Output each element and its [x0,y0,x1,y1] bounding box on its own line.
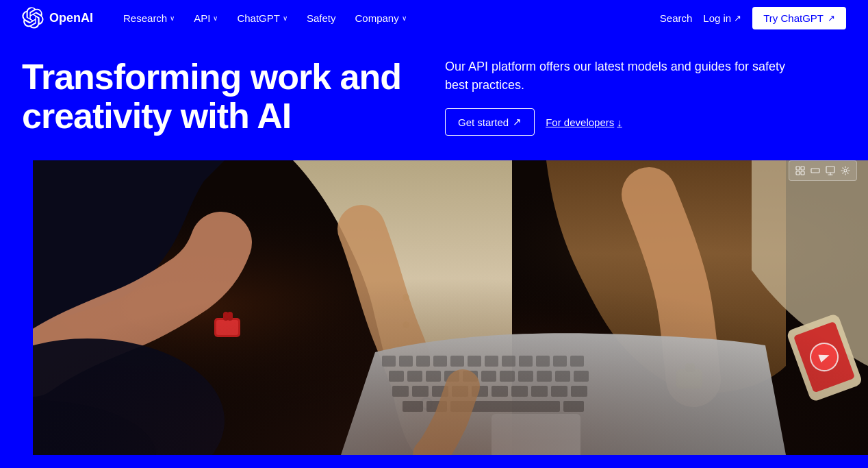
login-arrow-icon: ↗ [734,13,741,23]
toolbar-icon-1[interactable] [793,164,807,177]
svg-rect-5 [826,167,834,173]
api-chevron-icon: ∨ [213,14,218,22]
nav-chatgpt[interactable]: ChatGPT ∨ [229,7,296,29]
settings-toolbar-icon[interactable] [839,164,852,177]
toolbar-icon-3[interactable] [824,164,837,177]
hero-buttons: Get started ↗ For developers ↓ [445,108,846,136]
nav-research[interactable]: Research ∨ [115,7,183,29]
logo[interactable]: OpenAI [22,7,93,29]
company-chevron-icon: ∨ [402,14,407,22]
hero-right: Our API platform offers our latest model… [445,58,846,136]
try-chatgpt-button[interactable]: Try ChatGPT ↗ [752,7,846,29]
svg-rect-0 [796,167,800,170]
hero-image-svg [33,160,868,455]
nav-actions: Search Log in ↗ Try ChatGPT ↗ [660,7,846,29]
main-nav: OpenAI Research ∨ API ∨ ChatGPT ∨ Safety… [0,0,868,36]
svg-point-6 [844,169,847,172]
svg-rect-2 [796,171,800,175]
image-toolbar [789,160,857,181]
for-devs-arrow-icon: ↓ [617,116,622,128]
nav-safety[interactable]: Safety [298,7,344,29]
hero-image [33,160,868,455]
search-link[interactable]: Search [660,12,693,24]
for-developers-button[interactable]: For developers ↓ [546,116,622,128]
brand-name: OpenAI [49,11,93,25]
hero-title: Transforming work and creativity with AI [22,58,423,136]
login-link[interactable]: Log in ↗ [703,12,741,24]
chatgpt-chevron-icon: ∨ [283,14,288,22]
nav-links: Research ∨ API ∨ ChatGPT ∨ Safety Compan… [115,7,660,29]
get-started-button[interactable]: Get started ↗ [445,108,535,136]
openai-logo-icon [22,7,44,29]
svg-rect-1 [801,167,804,170]
hero-left: Transforming work and creativity with AI [22,58,423,136]
hero-image-area [0,160,868,455]
try-arrow-icon: ↗ [828,13,835,23]
nav-api[interactable]: API ∨ [186,7,226,29]
svg-rect-4 [811,169,819,173]
research-chevron-icon: ∨ [170,14,175,22]
toolbar-icon-2[interactable] [808,164,822,177]
svg-rect-3 [801,171,804,175]
hero-section: Transforming work and creativity with AI… [0,36,868,160]
nav-company[interactable]: Company ∨ [346,7,414,29]
hero-description: Our API platform offers our latest model… [445,58,787,95]
svg-rect-66 [33,160,868,455]
get-started-arrow-icon: ↗ [513,116,522,128]
